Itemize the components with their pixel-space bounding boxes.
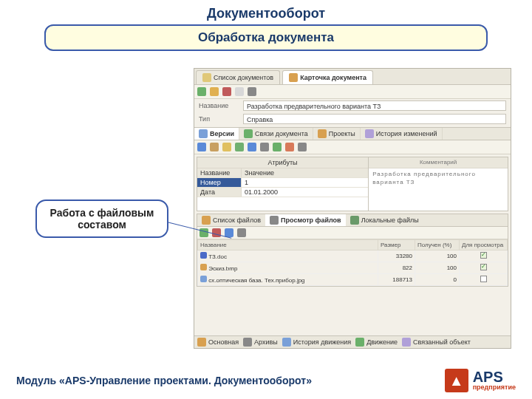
btab-movement[interactable]: Движение — [355, 338, 398, 347]
attributes-header: Атрибуты — [197, 157, 368, 168]
grid-row-number[interactable]: Номер 1 — [197, 178, 368, 188]
grid-col-name: Название — [197, 168, 242, 177]
files-table: Название Размер Получен (%) Для просмотр… — [197, 239, 508, 286]
btab-main[interactable]: Основная — [197, 338, 239, 347]
grid-header-row: Название Значение — [197, 168, 368, 178]
ftab-preview[interactable]: Просмотр файлов — [265, 214, 346, 226]
btab-label: Движение — [366, 338, 398, 346]
movement-icon — [355, 338, 364, 347]
tab-label: Карточка документа — [300, 74, 366, 81]
preview-checkbox[interactable] — [480, 276, 487, 282]
list-icon — [202, 216, 211, 225]
file-percent: 100 — [415, 250, 460, 262]
ftab-label: Список файлов — [213, 216, 261, 224]
btab-move-history[interactable]: История движения — [282, 338, 351, 347]
checkout-icon[interactable] — [273, 143, 282, 151]
bmp-icon — [200, 264, 207, 270]
subtab-label: Связи документа — [255, 130, 308, 137]
subtab-projects[interactable]: Проекты — [313, 128, 361, 140]
btab-linked[interactable]: Связанный объект — [402, 338, 471, 347]
checkin-icon[interactable] — [285, 143, 294, 151]
table-row[interactable]: Эскиз.bmp 822 100 — [198, 262, 508, 274]
attributes-grid: Атрибуты Название Значение Номер 1 Дата … — [197, 157, 369, 211]
grid-value[interactable]: 01.01.2000 — [242, 188, 368, 197]
name-input[interactable]: Разработка предварительного варианта ТЗ — [243, 100, 506, 111]
page-title: Документооборот — [0, 0, 532, 24]
subtabs: Версии Связи документа Проекты История и… — [194, 127, 511, 140]
lock-icon[interactable] — [222, 87, 231, 96]
bottom-tabs: Основная Архивы История движения Движени… — [194, 335, 511, 348]
slide-footer: Модуль «APS-Управление проектами. Докуме… — [0, 362, 532, 399]
subtab-label: Версии — [210, 130, 234, 137]
disk-icon[interactable] — [248, 143, 256, 151]
movehist-icon — [282, 338, 291, 347]
tab-label: Список документов — [214, 74, 273, 81]
card-icon — [289, 73, 298, 82]
print-icon[interactable] — [210, 143, 219, 151]
copy-icon[interactable] — [235, 143, 244, 151]
link-icon — [244, 129, 253, 138]
file-percent: 100 — [415, 262, 460, 274]
comment-panel: Комментарий Разработка предварительного … — [369, 157, 508, 211]
preview-checkbox[interactable] — [480, 264, 487, 270]
save-icon[interactable] — [197, 143, 206, 151]
grid-col-value: Значение — [242, 168, 368, 177]
tab-document-card[interactable]: Карточка документа — [282, 70, 373, 84]
subtitle-box: Обработка документа — [44, 24, 488, 51]
version-toolbar — [194, 140, 511, 154]
table-row[interactable]: сх.оптическая база. Тех.прибор.jpg 18871… — [198, 274, 508, 286]
preview-checkbox[interactable] — [480, 252, 487, 259]
subtab-versions[interactable]: Версии — [194, 128, 239, 140]
subtab-label: Проекты — [329, 130, 355, 137]
user-icon[interactable] — [222, 143, 231, 151]
open-icon[interactable] — [210, 87, 219, 96]
table-header-row: Название Размер Получен (%) Для просмотр… — [198, 240, 508, 250]
logo-text: APS — [473, 370, 516, 383]
btab-label: История движения — [293, 338, 351, 346]
files-panel: Список файлов Просмотр файлов Локальные … — [197, 214, 508, 287]
callout-bubble: Работа с файловым составом — [35, 200, 168, 238]
archive-icon — [243, 338, 252, 347]
ftab-local[interactable]: Локальные файлы — [346, 214, 423, 226]
table-row[interactable]: ТЗ.doc 33280 100 — [198, 250, 508, 262]
btab-label: Связанный объект — [413, 338, 471, 346]
col-size[interactable]: Размер — [378, 240, 415, 250]
subtab-history[interactable]: История изменений — [361, 128, 443, 140]
logo: ▲ APS предприятие — [445, 369, 516, 392]
comment-text: Разработка предварительного варианта ТЗ — [372, 171, 504, 186]
upload-icon[interactable] — [237, 228, 246, 237]
jpg-icon — [200, 276, 207, 282]
history-icon — [365, 129, 374, 138]
ftab-label: Локальные файлы — [361, 216, 419, 224]
new-icon[interactable] — [197, 87, 206, 96]
ftab-list[interactable]: Список файлов — [197, 214, 265, 226]
export-icon[interactable] — [298, 143, 307, 151]
list-icon — [202, 73, 211, 82]
grid-row-date[interactable]: Дата 01.01.2000 — [197, 188, 368, 197]
btab-label: Основная — [208, 338, 239, 346]
version-icon — [199, 129, 208, 138]
type-label: Тип — [199, 115, 240, 123]
refresh-icon[interactable] — [248, 87, 256, 96]
comment-header: Комментарий — [369, 157, 508, 168]
linked-icon — [402, 338, 411, 347]
page-icon[interactable] — [235, 87, 244, 96]
col-percent[interactable]: Получен (%) — [415, 240, 460, 250]
type-input[interactable]: Справка — [243, 114, 506, 124]
field-name-row: Название Разработка предварительного вар… — [194, 99, 511, 112]
name-label: Название — [199, 102, 240, 109]
col-preview[interactable]: Для просмотра — [460, 240, 508, 250]
tab-document-list[interactable]: Список документов — [196, 70, 280, 84]
back-icon[interactable] — [260, 143, 269, 151]
file-size: 33280 — [378, 250, 415, 262]
btab-archives[interactable]: Архивы — [243, 338, 278, 347]
file-percent: 0 — [415, 274, 460, 286]
preview-icon — [270, 216, 279, 225]
grid-value[interactable]: 1 — [242, 178, 368, 187]
file-size: 822 — [378, 262, 415, 274]
subtab-links[interactable]: Связи документа — [239, 128, 313, 140]
logo-subtext: предприятие — [473, 383, 516, 391]
btab-label: Архивы — [254, 338, 278, 346]
main-icon — [197, 338, 206, 347]
grid-label: Дата — [197, 188, 242, 197]
